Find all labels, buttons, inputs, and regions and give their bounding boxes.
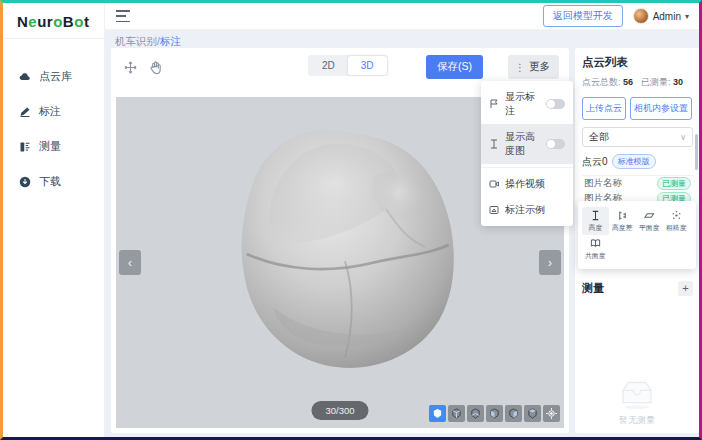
viewer-card: 2D 3D 保存(S) ⋮更多: [111, 48, 569, 433]
tool-height-diff[interactable]: 高度差: [609, 207, 636, 235]
tool-coplanarity[interactable]: 共面度: [582, 235, 609, 263]
sidebar: NeuroBot 点云库 标注 测量 下载: [3, 3, 105, 437]
camera-params-button[interactable]: 相机内参设置: [630, 97, 692, 120]
pan-move-icon[interactable]: [123, 60, 138, 75]
measure-tools-popup: 高度 高度差 平面度 粗糙度 共面度: [578, 201, 696, 269]
avatar: [633, 8, 649, 24]
view-3d-button[interactable]: 3D: [348, 56, 387, 75]
video-icon: [489, 179, 499, 189]
view-default-button[interactable]: [429, 405, 446, 422]
menu-item-operation-video[interactable]: 操作视频: [481, 171, 573, 197]
view-right-button[interactable]: [505, 405, 522, 422]
username: Admin: [653, 11, 681, 22]
app-logo: NeuroBot: [3, 3, 104, 39]
sidebar-item-label: 标注: [39, 104, 61, 119]
measure-section-title: 测量: [582, 281, 604, 296]
breadcrumb: 机车识别/标注: [115, 35, 181, 49]
menu-divider: [481, 167, 573, 168]
sidebar-item-label: 下载: [39, 174, 61, 189]
total-count: 56: [623, 77, 633, 87]
sidebar-item-pointcloud-library[interactable]: 点云库: [3, 59, 104, 94]
menu-item-show-annotation[interactable]: 显示标注: [481, 84, 573, 124]
app-window: NeuroBot 点云库 标注 测量 下载 返回模型开发: [0, 0, 702, 440]
empty-text: 暂无测量: [619, 414, 655, 427]
view-front-button[interactable]: [448, 405, 465, 422]
collapse-sidebar-icon[interactable]: [116, 10, 130, 22]
view-orientation-bar: [429, 405, 560, 422]
dots-icon: ⋮: [515, 62, 525, 73]
coplanarity-tool-icon: [590, 238, 601, 249]
flatness-tool-icon: [644, 210, 655, 221]
more-button[interactable]: ⋮更多: [508, 55, 559, 79]
panel-stats: 点云总数: 56 已测量: 30: [582, 76, 693, 89]
image-row[interactable]: 图片名称 已测量: [582, 176, 693, 191]
back-to-model-dev-button[interactable]: 返回模型开发: [543, 5, 623, 27]
pen-icon: [19, 106, 31, 118]
hand-grab-icon[interactable]: [148, 60, 163, 75]
image-counter: 30/300: [311, 401, 368, 420]
cloud-icon: [19, 71, 31, 83]
roughness-tool-icon: [671, 210, 682, 221]
sidebar-item-label: 点云库: [39, 69, 72, 84]
tooth-model: [211, 111, 479, 397]
upload-pointcloud-button[interactable]: 上传点云: [582, 97, 626, 120]
list-scrollbar[interactable]: [695, 134, 698, 170]
more-dropdown-menu: 显示标注 显示高度图 操作视频 标注示例: [481, 81, 573, 226]
sidebar-item-annotate[interactable]: 标注: [3, 94, 104, 129]
panel-title: 点云列表: [582, 55, 693, 70]
add-measure-button[interactable]: +: [678, 281, 693, 296]
empty-state: 暂无测量: [575, 376, 699, 427]
flag-icon: [489, 99, 499, 109]
pointcloud-item[interactable]: 点云0 标准模版: [582, 154, 693, 176]
menu-item-show-heightmap[interactable]: 显示高度图: [481, 124, 573, 164]
sidebar-item-download[interactable]: 下载: [3, 164, 104, 199]
sidebar-item-label: 测量: [39, 139, 61, 154]
filter-select[interactable]: 全部 ∨: [582, 127, 693, 147]
measured-count: 30: [673, 77, 683, 87]
template-tag: 标准模版: [612, 154, 656, 169]
breadcrumb-parent[interactable]: 机车识别: [115, 35, 157, 47]
user-menu[interactable]: Admin ▾: [633, 8, 689, 24]
view-back-button[interactable]: [467, 405, 484, 422]
top-header: 返回模型开发 Admin ▾: [105, 3, 699, 30]
height-icon: [489, 139, 499, 149]
empty-box-icon: [616, 376, 658, 410]
menu-item-annotation-example[interactable]: 标注示例: [481, 197, 573, 223]
view-2d-button[interactable]: 2D: [309, 56, 348, 75]
tool-roughness[interactable]: 粗糙度: [663, 207, 690, 235]
show-annotation-toggle[interactable]: [546, 99, 565, 109]
next-image-button[interactable]: ›: [539, 250, 561, 275]
prev-image-button[interactable]: ‹: [119, 250, 141, 275]
tool-height[interactable]: 高度: [582, 207, 609, 235]
height-diff-tool-icon: [617, 210, 628, 221]
show-heightmap-toggle[interactable]: [546, 139, 565, 149]
measured-badge: 已测量: [657, 177, 691, 190]
view-mode-toggle: 2D 3D: [308, 55, 388, 76]
download-icon: [19, 176, 31, 188]
sidebar-item-measure[interactable]: 测量: [3, 129, 104, 164]
reset-view-button[interactable]: [543, 405, 560, 422]
breadcrumb-current: 标注: [160, 35, 181, 47]
pointcloud-list-panel: 点云列表 点云总数: 56 已测量: 30 上传点云 相机内参设置 全部 ∨ 点…: [575, 48, 699, 433]
view-left-button[interactable]: [486, 405, 503, 422]
save-button[interactable]: 保存(S): [426, 55, 483, 79]
tool-flatness[interactable]: 平面度: [636, 207, 663, 235]
measure-icon: [19, 141, 31, 153]
height-tool-icon: [590, 210, 601, 221]
view-top-button[interactable]: [524, 405, 541, 422]
chevron-down-icon: ▾: [685, 12, 689, 21]
example-icon: [489, 205, 499, 215]
chevron-down-icon: ∨: [680, 133, 686, 142]
